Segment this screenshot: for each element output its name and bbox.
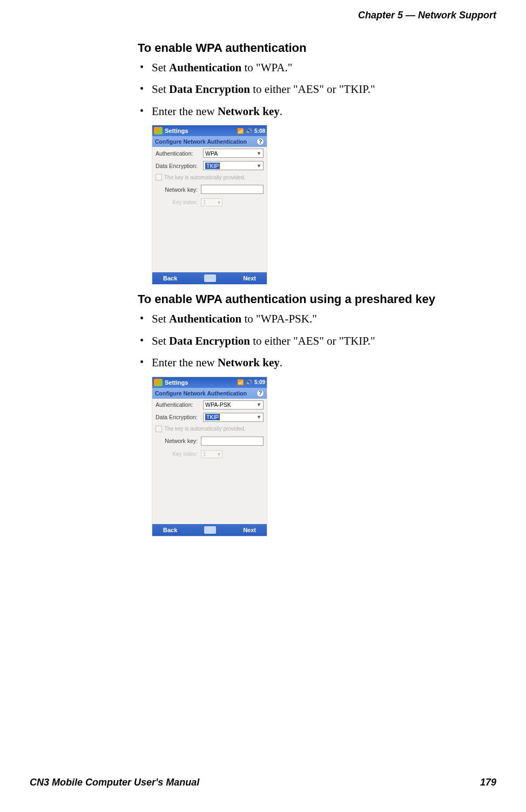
keyboard-icon[interactable]: [204, 274, 216, 282]
network-key-label: Network key:: [156, 438, 198, 444]
authentication-label: Authentication:: [156, 401, 203, 408]
encryption-value: TKIP: [205, 414, 220, 420]
key-index-select: 1 ▾: [201, 450, 222, 458]
text: Set: [152, 334, 169, 347]
signal-icon: 📶: [237, 128, 244, 134]
encryption-row: Data Encryption: TKIP ▼: [152, 159, 267, 172]
back-button[interactable]: Back: [163, 527, 177, 533]
encryption-row: Data Encryption: TKIP ▼: [152, 411, 267, 424]
screenshot-wpa-psk: Settings 📶 🔊 5:09 Configure Network Auth…: [152, 377, 267, 536]
chevron-down-icon: ▼: [257, 151, 261, 156]
encryption-value: TKIP: [205, 163, 220, 169]
softkey-bar: Back Next: [152, 524, 267, 536]
authentication-label: Authentication:: [156, 150, 203, 157]
key-index-value: 1: [203, 451, 206, 457]
text: Set: [152, 61, 169, 74]
encryption-select[interactable]: TKIP ▼: [203, 161, 264, 170]
authentication-select[interactable]: WPA-PSK ▼: [203, 400, 264, 410]
title-text: Settings: [165, 127, 235, 134]
authentication-row: Authentication: WPA ▼: [152, 147, 267, 159]
subtitle-text: Configure Network Authentication: [155, 390, 247, 397]
bold-text: Network key: [218, 356, 280, 369]
section-heading-wpa: To enable WPA authentication: [138, 41, 494, 55]
volume-icon: 🔊: [246, 128, 252, 134]
screenshot-wpa: Settings 📶 🔊 5:08 Configure Network Auth…: [152, 125, 267, 285]
page-footer: CN3 Mobile Computer User's Manual 179: [30, 777, 496, 788]
softkey-bar: Back Next: [152, 272, 267, 284]
clock: 5:09: [254, 379, 265, 385]
bullet-item: Set Data Encryption to either "AES" or "…: [138, 333, 494, 349]
authentication-value: WPA: [205, 150, 218, 157]
chevron-down-icon: ▾: [218, 451, 220, 457]
key-index-row: Key index: 1 ▾: [152, 448, 267, 460]
footer-manual: CN3 Mobile Computer User's Manual: [30, 777, 199, 788]
page-content: To enable WPA authentication Set Authent…: [138, 38, 494, 544]
back-button[interactable]: Back: [163, 275, 177, 281]
volume-icon: 🔊: [246, 379, 252, 385]
encryption-select[interactable]: TKIP ▼: [203, 413, 264, 422]
chevron-down-icon: ▼: [257, 402, 261, 407]
bullet-list-1: Set Authentication to "WPA." Set Data En…: [138, 59, 494, 119]
subtitle-bar: Configure Network Authentication ?: [152, 388, 267, 399]
section-heading-wpa-psk: To enable WPA authentication using a pre…: [138, 292, 494, 306]
key-index-value: 1: [203, 199, 206, 205]
auto-key-label: The key is automatically provided.: [164, 426, 246, 432]
bullet-list-2: Set Authentication to "WPA-PSK." Set Dat…: [138, 311, 494, 371]
network-key-label: Network key:: [156, 186, 198, 193]
text: Set: [152, 312, 169, 325]
titlebar: Settings 📶 🔊 5:09: [152, 377, 267, 388]
subtitle-bar: Configure Network Authentication ?: [152, 136, 267, 147]
text: to "WPA.": [241, 61, 292, 74]
text: Enter the new: [152, 105, 218, 118]
bold-text: Data Encryption: [169, 334, 250, 347]
network-key-row: Network key:: [152, 434, 267, 448]
auto-key-row: The key is automatically provided.: [152, 424, 267, 434]
chevron-down-icon: ▾: [218, 199, 220, 205]
encryption-label: Data Encryption:: [156, 163, 203, 169]
subtitle-text: Configure Network Authentication: [155, 138, 247, 145]
auto-key-checkbox: [156, 426, 162, 432]
help-icon[interactable]: ?: [257, 138, 264, 145]
bold-text: Authentication: [169, 312, 241, 325]
key-index-row: Key index: 1 ▾: [152, 196, 267, 209]
authentication-row: Authentication: WPA-PSK ▼: [152, 399, 267, 411]
text: to either "AES" or "TKIP.": [250, 334, 375, 347]
next-button[interactable]: Next: [243, 527, 256, 533]
network-key-input[interactable]: [201, 185, 264, 194]
dialog-body: Authentication: WPA ▼ Data Encryption: T…: [152, 147, 267, 272]
bullet-item: Set Authentication to "WPA-PSK.": [138, 311, 494, 327]
network-key-input[interactable]: [201, 437, 264, 446]
text: to "WPA-PSK.": [241, 312, 316, 325]
bold-text: Authentication: [169, 61, 241, 74]
chevron-down-icon: ▼: [257, 414, 261, 420]
signal-icon: 📶: [237, 379, 244, 385]
bullet-item: Enter the new Network key.: [138, 103, 494, 119]
auto-key-row: The key is automatically provided.: [152, 172, 267, 183]
text: Enter the new: [152, 356, 218, 369]
keyboard-icon[interactable]: [204, 526, 216, 534]
dialog-body: Authentication: WPA-PSK ▼ Data Encryptio…: [152, 399, 267, 524]
key-index-label: Key index:: [156, 451, 198, 457]
bold-text: Network key: [218, 105, 280, 118]
start-icon[interactable]: [154, 379, 163, 386]
titlebar: Settings 📶 🔊 5:08: [152, 125, 267, 136]
auto-key-checkbox: [156, 174, 162, 180]
bold-text: Data Encryption: [169, 83, 250, 96]
authentication-value: WPA-PSK: [205, 401, 231, 408]
clock: 5:08: [254, 128, 265, 134]
text: Set: [152, 83, 169, 96]
bullet-item: Set Data Encryption to either "AES" or "…: [138, 81, 494, 97]
text: to either "AES" or "TKIP.": [250, 83, 375, 96]
start-icon[interactable]: [154, 127, 163, 135]
authentication-select[interactable]: WPA ▼: [203, 149, 264, 158]
encryption-label: Data Encryption:: [156, 414, 203, 420]
help-icon[interactable]: ?: [257, 390, 264, 397]
network-key-row: Network key:: [152, 183, 267, 196]
text: .: [280, 105, 282, 118]
text: .: [280, 356, 282, 369]
page-header: Chapter 5 — Network Support: [358, 10, 496, 21]
next-button[interactable]: Next: [243, 275, 256, 281]
auto-key-label: The key is automatically provided.: [164, 175, 246, 180]
key-index-select: 1 ▾: [201, 198, 222, 206]
title-text: Settings: [165, 379, 235, 386]
